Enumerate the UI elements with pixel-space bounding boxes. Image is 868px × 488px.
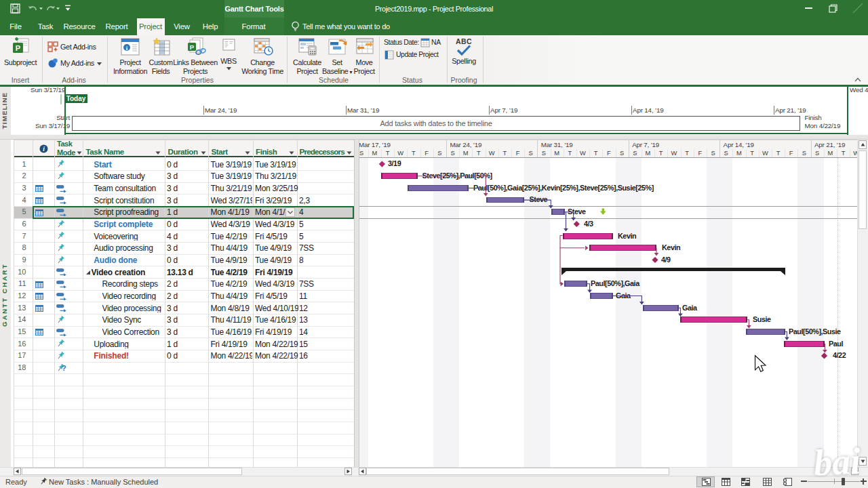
svg-text:bai: bai <box>812 441 861 484</box>
